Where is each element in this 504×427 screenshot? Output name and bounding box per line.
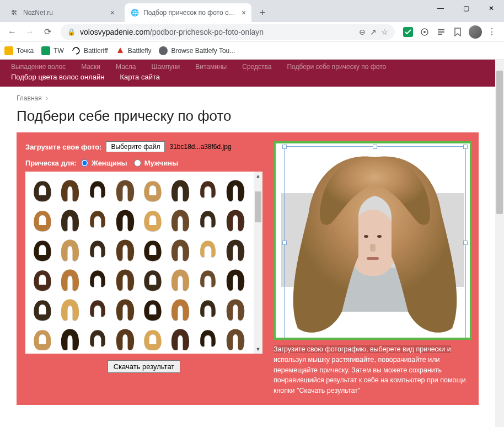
hair-option[interactable] (84, 264, 111, 294)
hair-option[interactable] (29, 264, 56, 294)
nav-item[interactable]: Масла (116, 63, 136, 71)
star-icon[interactable]: ☆ (381, 28, 388, 36)
share-icon[interactable]: ↗ (370, 28, 377, 36)
hair-option[interactable] (167, 264, 194, 294)
nav-item[interactable]: Карта сайта (120, 73, 160, 81)
resize-handle-w[interactable] (282, 241, 287, 245)
extension-settings-icon[interactable] (418, 25, 431, 39)
bookmark-battleriff[interactable]: Battleriff (72, 46, 108, 55)
hair-option[interactable] (111, 234, 139, 264)
close-window-button[interactable]: ✕ (479, 0, 504, 17)
nav-item[interactable]: Средства (242, 63, 271, 71)
hair-option[interactable] (222, 294, 249, 324)
hair-option[interactable] (139, 234, 167, 264)
hair-option[interactable] (56, 294, 84, 324)
selection-box[interactable] (284, 146, 466, 339)
resize-handle-e[interactable] (463, 241, 468, 245)
hair-option[interactable] (56, 264, 84, 294)
resize-handle-n[interactable] (373, 145, 377, 149)
hair-option[interactable] (222, 264, 249, 294)
reload-button[interactable]: ⟳ (40, 24, 55, 40)
hair-option[interactable] (222, 324, 249, 350)
bookmark-browse-battlefy[interactable]: Browse Battlefy Tou... (159, 46, 235, 55)
nav-item[interactable]: Выпадение волос (11, 63, 66, 71)
hair-option[interactable] (222, 205, 249, 234)
tab-noznet[interactable]: 🛠 NozNet.ru × (4, 3, 120, 22)
hair-option[interactable] (222, 175, 249, 205)
bookmark-tochka[interactable]: Точка (4, 46, 34, 55)
hair-option[interactable] (194, 294, 222, 324)
maximize-button[interactable]: ▢ (453, 0, 479, 17)
hair-option[interactable] (56, 205, 84, 234)
file-choose-button[interactable]: Выберите файл (106, 141, 165, 152)
hair-option[interactable] (84, 175, 111, 205)
hair-option[interactable] (194, 175, 222, 205)
hair-option[interactable] (111, 175, 139, 205)
hair-option[interactable] (139, 175, 167, 205)
hair-option[interactable] (29, 324, 56, 350)
hair-option[interactable] (194, 234, 222, 264)
hair-option[interactable] (111, 324, 139, 350)
hair-option[interactable] (194, 264, 222, 294)
hair-option[interactable] (29, 234, 56, 264)
scroll-down-arrow-icon[interactable]: ▼ (254, 345, 262, 354)
hair-option[interactable] (167, 234, 194, 264)
gender-female-radio[interactable] (81, 159, 88, 167)
hair-option[interactable] (111, 264, 139, 294)
new-tab-button[interactable]: + (255, 5, 270, 20)
gender-male-radio[interactable] (134, 159, 141, 167)
hair-option[interactable] (29, 175, 56, 205)
hair-option[interactable] (84, 234, 111, 264)
hair-option[interactable] (139, 324, 167, 350)
nav-item[interactable]: Шампуни (152, 63, 180, 71)
hair-option[interactable] (84, 324, 111, 350)
hair-option[interactable] (111, 205, 139, 234)
hair-option[interactable] (167, 205, 194, 234)
forward-button[interactable]: → (22, 24, 37, 40)
scroll-up-arrow-icon[interactable]: ▲ (254, 172, 262, 180)
extension-check-icon[interactable] (401, 25, 415, 39)
hair-option[interactable] (194, 205, 222, 234)
profile-avatar[interactable] (469, 25, 482, 39)
browser-menu-button[interactable]: ⋮ (484, 24, 500, 40)
hair-option[interactable] (167, 175, 194, 205)
hair-option[interactable] (139, 205, 167, 234)
page-scrollbar[interactable] (495, 60, 504, 427)
nav-item[interactable]: Витамины (195, 63, 227, 71)
nav-item[interactable]: Маски (81, 63, 100, 71)
bookmark-battlefly[interactable]: Battlefly (116, 46, 152, 55)
hair-option[interactable] (111, 294, 139, 324)
extension-bookmark-icon[interactable] (451, 25, 464, 39)
resize-handle-ne[interactable] (463, 145, 468, 149)
hair-option[interactable] (194, 324, 222, 350)
hair-option[interactable] (222, 234, 249, 264)
bookmark-tw[interactable]: TW (41, 46, 64, 55)
back-button[interactable]: ← (4, 24, 20, 40)
preview-box[interactable] (274, 141, 472, 340)
hair-option[interactable] (56, 324, 84, 350)
breadcrumb-home[interactable]: Главная (17, 94, 42, 102)
hair-option[interactable] (56, 175, 84, 205)
hair-option[interactable] (139, 264, 167, 294)
minimize-button[interactable]: — (428, 0, 453, 17)
hair-option[interactable] (167, 294, 194, 324)
nav-item[interactable]: Подбери себе прическу по фото (287, 63, 386, 71)
resize-handle-nw[interactable] (282, 145, 287, 149)
omnibox[interactable]: 🔒 volosvypadenie.com/podbor-prichesok-po… (61, 24, 395, 40)
hair-option[interactable] (84, 205, 111, 234)
close-icon[interactable]: × (110, 8, 115, 17)
hair-option[interactable] (167, 324, 194, 350)
hair-scrollbar[interactable]: ▲ ▼ (254, 172, 262, 354)
nav-item[interactable]: Подбор цвета волос онлайн (11, 73, 105, 81)
hair-option[interactable] (29, 205, 56, 234)
hair-option[interactable] (29, 294, 56, 324)
page-scroll-thumb[interactable] (496, 71, 503, 214)
zoom-out-icon[interactable]: ⊖ (359, 28, 366, 36)
hair-option[interactable] (56, 234, 84, 264)
hair-option[interactable] (139, 294, 167, 324)
hair-scroll-thumb[interactable] (255, 191, 261, 222)
extension-queue-icon[interactable] (435, 25, 448, 39)
close-icon[interactable]: × (242, 8, 246, 17)
hair-option[interactable] (84, 294, 111, 324)
download-button[interactable]: Скачать результат (108, 360, 181, 373)
